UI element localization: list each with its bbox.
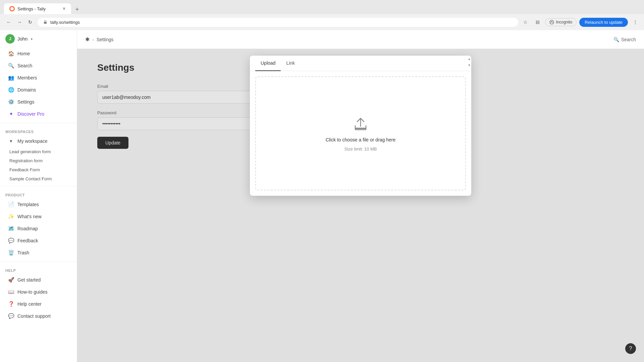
tab-close-button[interactable]: ✕: [62, 6, 66, 11]
app: J John ▾ 🏠 Home 🔍 Search 👥 Members 🌐 Dom…: [0, 30, 644, 362]
domains-icon: 🌐: [8, 87, 14, 93]
sidebar-item-how-to[interactable]: 📖 How-to guides: [3, 286, 74, 298]
header-search-button[interactable]: 🔍 Search: [613, 37, 636, 42]
breadcrumb: ✱ › Settings: [85, 36, 113, 43]
chrome-menu-button[interactable]: ⋮: [631, 17, 640, 27]
roadmap-icon: 🗺️: [8, 226, 14, 232]
sidebar-toggle-button[interactable]: ⊟: [533, 17, 542, 27]
workspace-form-registration-label: Registration form: [9, 158, 43, 163]
workspace-form-contact-label: Sample Contact Form: [9, 176, 52, 181]
sidebar-item-templates-label: Templates: [17, 202, 39, 207]
sidebar-item-domains[interactable]: 🌐 Domains: [3, 84, 74, 96]
chevron-down-workspace-icon: ▾: [8, 138, 14, 144]
content-header: ✱ › Settings 🔍 Search: [77, 30, 644, 49]
feedback-icon: 💬: [8, 238, 14, 244]
new-tab-button[interactable]: +: [72, 5, 82, 14]
sidebar-item-whats-new[interactable]: ✨ What's new: [3, 211, 74, 222]
product-label: Product: [0, 189, 77, 198]
incognito-icon: [549, 20, 554, 24]
tab-bar: Settings - Tally ✕ +: [0, 0, 644, 14]
sidebar-item-home[interactable]: 🏠 Home: [3, 48, 74, 59]
get-started-icon: 🚀: [8, 277, 14, 283]
sidebar-item-roadmap[interactable]: 🗺️ Roadmap: [3, 223, 74, 234]
back-button[interactable]: ←: [4, 17, 13, 27]
sidebar-item-roadmap-label: Roadmap: [17, 226, 38, 231]
sidebar-item-contact-support[interactable]: 💬 Contact support: [3, 310, 74, 322]
workspace-form-feedback[interactable]: Feedback Form: [0, 165, 77, 174]
svg-point-3: [551, 21, 552, 22]
active-tab[interactable]: Settings - Tally ✕: [4, 3, 71, 14]
workspace-form-registration[interactable]: Registration form: [0, 156, 77, 165]
avatar: J: [5, 34, 15, 44]
tab-favicon: [9, 6, 15, 11]
modal-tabs: Upload Link ▲ ▼: [250, 56, 471, 71]
browser-toolbar: ← → ↻ tally.so/settings ☆ ⊟ Incognito Re…: [0, 14, 644, 30]
sidebar-item-help-center-label: Help center: [17, 301, 42, 307]
trash-icon: 🗑️: [8, 250, 14, 256]
reload-button[interactable]: ↻: [25, 17, 35, 27]
breadcrumb-current: Settings: [97, 37, 114, 42]
workspace-form-lead-gen[interactable]: Lead generation form: [0, 147, 77, 156]
sidebar-item-members-label: Members: [17, 75, 37, 80]
how-to-icon: 📖: [8, 289, 14, 295]
search-header-icon: 🔍: [613, 37, 619, 42]
tab-title: Settings - Tally: [17, 6, 46, 11]
browser-actions: ☆ ⊟ Incognito Relaunch to update ⋮: [521, 17, 640, 27]
modal-overlay[interactable]: Upload Link ▲ ▼: [77, 49, 644, 362]
svg-rect-4: [355, 128, 366, 129]
sidebar-item-contact-support-label: Contact support: [17, 313, 51, 319]
sidebar-item-search-label: Search: [17, 63, 32, 68]
modal-scrollbar: ▲ ▼: [467, 56, 471, 71]
svg-rect-1: [44, 22, 47, 24]
help-center-icon: ❓: [8, 301, 14, 307]
sidebar-item-settings[interactable]: ⚙️ Settings: [3, 96, 74, 108]
sidebar-item-whats-new-label: What's new: [17, 214, 42, 219]
sidebar-item-discover-pro-label: Discover Pro: [17, 111, 44, 117]
svg-point-2: [550, 20, 554, 24]
sidebar-item-templates[interactable]: 📄 Templates: [3, 199, 74, 210]
help-button[interactable]: ?: [625, 343, 636, 354]
sidebar-item-search[interactable]: 🔍 Search: [3, 60, 74, 71]
sidebar-nav: 🏠 Home 🔍 Search 👥 Members 🌐 Domains ⚙️ S…: [0, 48, 77, 120]
link-tab[interactable]: Link: [281, 56, 300, 71]
sidebar-item-discover-pro[interactable]: ✦ Discover Pro: [3, 108, 74, 120]
svg-point-0: [10, 7, 14, 10]
sidebar-item-get-started-label: Get started: [17, 277, 41, 283]
upload-drop-area[interactable]: Click to choose a file or drag here Size…: [255, 76, 466, 190]
user-name-label: John: [17, 36, 28, 42]
sidebar-item-trash[interactable]: 🗑️ Trash: [3, 247, 74, 258]
sidebar-item-trash-label: Trash: [17, 250, 29, 255]
incognito-button[interactable]: Incognito: [545, 18, 577, 26]
upload-subtext: Size limit: 10 MB: [344, 146, 377, 152]
sidebar-item-feedback-label: Feedback: [17, 238, 38, 243]
scroll-up-button[interactable]: ▲: [466, 56, 471, 62]
url-display: tally.so/settings: [50, 20, 513, 25]
help-label: Help: [0, 264, 77, 274]
avatar-initial: J: [9, 37, 11, 41]
chevron-down-icon: ▾: [31, 37, 33, 41]
address-bar[interactable]: tally.so/settings: [38, 18, 518, 27]
workspace-toggle[interactable]: ▾ My workspace: [3, 135, 74, 147]
user-menu-button[interactable]: J John ▾: [0, 30, 77, 48]
nav-buttons: ← → ↻: [4, 17, 35, 27]
workspace-form-contact[interactable]: Sample Contact Form: [0, 174, 77, 183]
workspace-form-feedback-label: Feedback Form: [9, 167, 40, 172]
whats-new-icon: ✨: [8, 214, 14, 220]
upload-text: Click to choose a file or drag here: [326, 137, 396, 142]
sidebar-item-members[interactable]: 👥 Members: [3, 72, 74, 83]
relaunch-button[interactable]: Relaunch to update: [579, 18, 628, 27]
scroll-down-button[interactable]: ▼: [466, 62, 471, 68]
workspaces-label: Workspaces: [0, 126, 77, 135]
discover-pro-icon: ✦: [8, 111, 14, 117]
sidebar-item-get-started[interactable]: 🚀 Get started: [3, 274, 74, 286]
sidebar-item-domains-label: Domains: [17, 87, 36, 93]
bookmark-button[interactable]: ☆: [521, 17, 530, 27]
incognito-label: Incognito: [556, 20, 573, 24]
forward-button[interactable]: →: [15, 17, 24, 27]
workspace-form-lead-gen-label: Lead generation form: [9, 149, 51, 154]
sidebar-item-help-center[interactable]: ❓ Help center: [3, 298, 74, 310]
upload-tab[interactable]: Upload: [255, 56, 281, 71]
sidebar-item-feedback[interactable]: 💬 Feedback: [3, 235, 74, 246]
home-icon: 🏠: [8, 51, 14, 57]
upload-icon: [353, 116, 369, 133]
